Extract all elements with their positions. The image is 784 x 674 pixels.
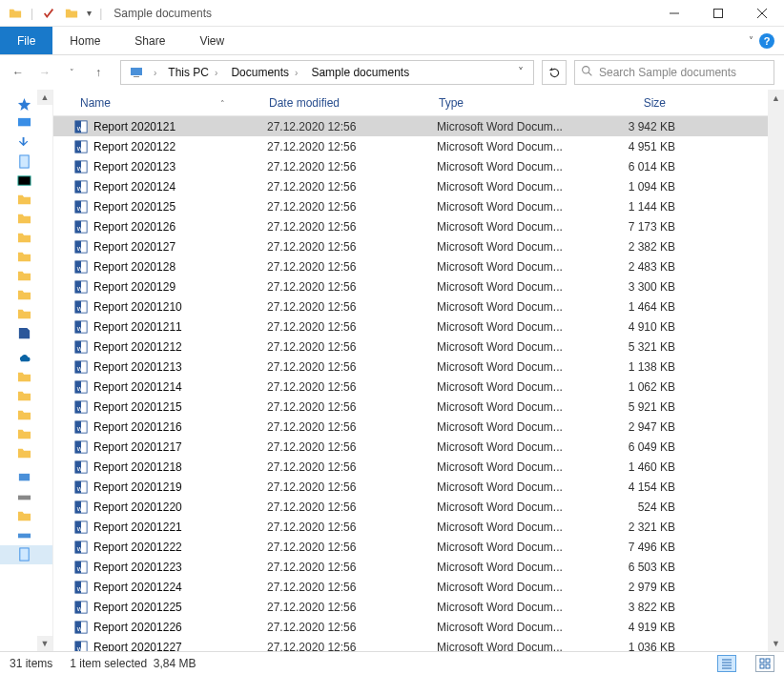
file-name: Report 20201226 (92, 621, 267, 634)
search-box[interactable] (574, 60, 774, 85)
svg-text:w: w (76, 263, 83, 272)
crumb-sep-icon[interactable]: › (150, 68, 160, 78)
svg-text:w: w (76, 483, 83, 492)
close-button[interactable] (740, 0, 784, 27)
svg-text:w: w (76, 203, 83, 212)
properties-icon[interactable] (41, 6, 56, 21)
file-row[interactable]: wReport 2020121627.12.2020 12:56Microsof… (53, 417, 784, 437)
file-name: Report 2020125 (92, 200, 267, 214)
file-row[interactable]: wReport 2020121727.12.2020 12:56Microsof… (53, 437, 784, 457)
recent-dropdown-icon[interactable]: ˅ (63, 64, 80, 81)
word-doc-icon: w (74, 300, 92, 314)
minimize-button[interactable] (652, 0, 696, 27)
file-size: 2 382 KB (586, 240, 675, 254)
new-folder-icon[interactable] (64, 6, 79, 21)
file-type: Microsoft Word Docum... (437, 380, 586, 394)
word-doc-icon: w (74, 160, 92, 174)
file-row[interactable]: wReport 2020122227.12.2020 12:56Microsof… (53, 537, 784, 557)
file-type: Microsoft Word Docum... (437, 200, 586, 214)
folder-icon (17, 288, 34, 303)
file-row[interactable]: wReport 2020121127.12.2020 12:56Microsof… (53, 317, 784, 337)
navigation-pane[interactable]: ▲ ▼ (0, 90, 53, 651)
tab-view[interactable]: View (182, 27, 241, 54)
nav-scroll-up-icon[interactable]: ▲ (37, 90, 52, 105)
tab-home[interactable]: Home (52, 27, 117, 54)
breadcrumb-documents[interactable]: Documents› (225, 61, 303, 84)
file-row[interactable]: wReport 2020121027.12.2020 12:56Microsof… (53, 296, 784, 317)
file-row[interactable]: wReport 202012727.12.2020 12:56Microsoft… (53, 236, 784, 256)
file-row[interactable]: wReport 2020121527.12.2020 12:56Microsof… (53, 397, 784, 417)
desktop-icon (17, 116, 34, 132)
breadcrumb-sample-documents[interactable]: Sample documents (305, 61, 415, 84)
up-button[interactable]: ↑ (90, 64, 107, 81)
ribbon-expand-icon[interactable]: ˅ (749, 35, 753, 46)
word-doc-icon: w (74, 320, 92, 334)
file-tab[interactable]: File (0, 27, 52, 54)
column-size[interactable]: Size (582, 96, 671, 110)
file-row[interactable]: wReport 2020121427.12.2020 12:56Microsof… (53, 377, 784, 397)
file-row[interactable]: wReport 202012927.12.2020 12:56Microsoft… (53, 276, 784, 296)
address-dropdown-icon[interactable]: ˅ (512, 66, 529, 79)
file-row[interactable]: wReport 2020121927.12.2020 12:56Microsof… (53, 477, 784, 497)
file-size: 1 094 KB (586, 180, 675, 194)
file-row[interactable]: wReport 202012427.12.2020 12:56Microsoft… (53, 176, 784, 196)
file-date: 27.12.2020 12:56 (267, 360, 437, 374)
file-row[interactable]: wReport 2020122627.12.2020 12:56Microsof… (53, 617, 784, 637)
scroll-up-icon[interactable]: ▲ (768, 90, 784, 106)
search-input[interactable] (599, 66, 768, 79)
file-size: 1 062 KB (586, 380, 675, 394)
file-date: 27.12.2020 12:56 (267, 440, 437, 454)
file-row[interactable]: wReport 202012527.12.2020 12:56Microsoft… (53, 196, 784, 216)
scroll-track[interactable] (768, 106, 784, 635)
file-row[interactable]: wReport 2020121827.12.2020 12:56Microsof… (53, 457, 784, 477)
file-row[interactable]: wReport 202012827.12.2020 12:56Microsoft… (53, 256, 784, 276)
file-name: Report 2020124 (92, 180, 267, 194)
folder-icon (17, 446, 34, 461)
svg-point-3 (583, 67, 589, 73)
forward-button[interactable]: → (36, 64, 53, 81)
file-row[interactable]: wReport 2020121227.12.2020 12:56Microsof… (53, 337, 784, 357)
downloads-icon (17, 135, 34, 151)
help-icon[interactable]: ? (759, 33, 774, 49)
file-row[interactable]: wReport 202012127.12.2020 12:56Microsoft… (53, 116, 784, 136)
back-button[interactable]: ← (10, 64, 27, 81)
file-row[interactable]: wReport 2020122527.12.2020 12:56Microsof… (53, 597, 784, 617)
column-name[interactable]: Name ˄ (74, 96, 263, 110)
folder-icon (17, 408, 34, 423)
nav-scroll-down-icon[interactable]: ▼ (37, 636, 52, 651)
column-type[interactable]: Type (433, 96, 582, 110)
file-row[interactable]: wReport 202012327.12.2020 12:56Microsoft… (53, 156, 784, 176)
file-row[interactable]: wReport 2020122427.12.2020 12:56Microsof… (53, 577, 784, 597)
file-row[interactable]: wReport 2020122127.12.2020 12:56Microsof… (53, 517, 784, 537)
file-name: Report 20201223 (92, 561, 267, 574)
breadcrumb-this-pc[interactable]: This PC› (162, 61, 223, 84)
column-headers: Name ˄ Date modified Type Size (53, 90, 784, 116)
maximize-button[interactable] (696, 0, 740, 27)
file-date: 27.12.2020 12:56 (267, 480, 437, 494)
word-doc-icon: w (74, 420, 92, 434)
refresh-button[interactable] (542, 60, 567, 85)
vertical-scrollbar[interactable]: ▲ ▼ (768, 90, 784, 651)
file-date: 27.12.2020 12:56 (267, 521, 437, 534)
view-details-button[interactable] (717, 655, 736, 672)
word-doc-icon: w (74, 120, 92, 133)
file-row[interactable]: wReport 2020122327.12.2020 12:56Microsof… (53, 557, 784, 577)
file-row[interactable]: wReport 202012627.12.2020 12:56Microsoft… (53, 216, 784, 236)
tab-share[interactable]: Share (117, 27, 182, 54)
qat-dropdown-icon[interactable]: ▾ (87, 8, 92, 18)
file-name: Report 2020128 (92, 260, 267, 274)
svg-text:w: w (76, 143, 83, 152)
breadcrumb-bar[interactable]: › This PC› Documents› Sample documents ˅ (120, 60, 534, 85)
quick-access-toolbar: | ▾ | (0, 6, 110, 21)
file-type: Microsoft Word Docum... (437, 601, 586, 614)
file-row[interactable]: wReport 2020122727.12.2020 12:56Microsof… (53, 637, 784, 651)
column-date[interactable]: Date modified (263, 96, 433, 110)
ribbon: File Home Share View ˅ ? (0, 27, 784, 55)
file-row[interactable]: wReport 2020121327.12.2020 12:56Microsof… (53, 357, 784, 377)
view-large-icons-button[interactable] (755, 655, 774, 672)
scroll-down-icon[interactable]: ▼ (768, 635, 784, 651)
file-row[interactable]: wReport 2020122027.12.2020 12:56Microsof… (53, 497, 784, 517)
file-type: Microsoft Word Docum... (437, 581, 586, 594)
file-list[interactable]: wReport 202012127.12.2020 12:56Microsoft… (53, 116, 784, 651)
file-row[interactable]: wReport 202012227.12.2020 12:56Microsoft… (53, 136, 784, 156)
